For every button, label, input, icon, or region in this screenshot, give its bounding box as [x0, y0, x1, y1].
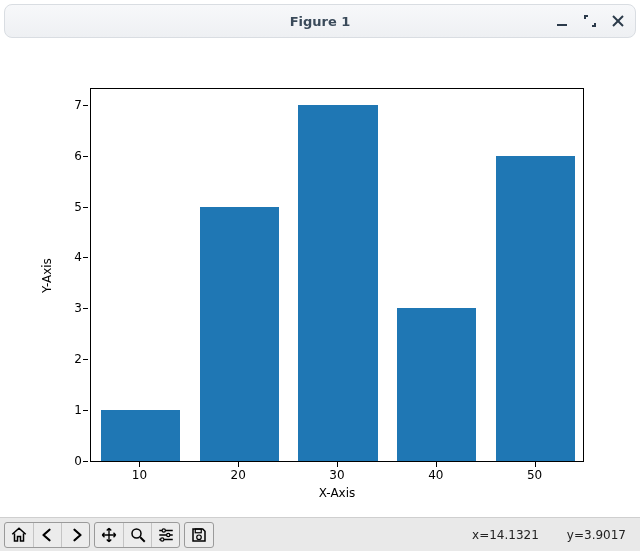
x-tick-label: 20 [218, 468, 258, 482]
matplotlib-toolbar: x=14.1321 y=3.9017 [0, 517, 640, 551]
svg-rect-11 [195, 529, 201, 533]
y-tick-label: 0 [42, 454, 82, 468]
zoom-icon [129, 526, 147, 544]
bar [101, 410, 180, 461]
svg-point-3 [132, 529, 141, 538]
back-button[interactable] [33, 523, 61, 547]
svg-line-4 [140, 537, 145, 542]
svg-point-12 [197, 535, 202, 540]
x-tick-label: 50 [515, 468, 555, 482]
figure-canvas[interactable]: 01234567 1020304050 Y-Axis X-Axis [4, 42, 636, 515]
coord-y: y=3.9017 [567, 528, 626, 542]
x-tick-label: 10 [119, 468, 159, 482]
y-axis-label: Y-Axis [40, 258, 54, 293]
move-icon [100, 526, 118, 544]
view-group [94, 522, 180, 548]
home-button[interactable] [5, 523, 33, 547]
y-tick-label: 1 [42, 403, 82, 417]
io-group [184, 522, 214, 548]
window-titlebar: Figure 1 [4, 4, 636, 38]
plot-axes [90, 88, 584, 462]
x-tick-label: 30 [317, 468, 357, 482]
zoom-button[interactable] [123, 523, 151, 547]
svg-point-8 [166, 533, 169, 536]
maximize-icon [583, 14, 597, 28]
save-icon [190, 526, 208, 544]
svg-point-10 [160, 537, 163, 540]
configure-button[interactable] [151, 523, 179, 547]
minimize-icon [555, 14, 569, 28]
sliders-icon [157, 526, 175, 544]
y-tick-label: 7 [42, 98, 82, 112]
arrow-right-icon [67, 526, 85, 544]
cursor-coords: x=14.1321 y=3.9017 [472, 528, 626, 542]
bar [496, 156, 575, 461]
x-axis-label: X-Axis [90, 486, 584, 500]
maximize-button[interactable] [581, 12, 599, 30]
bar [200, 207, 279, 461]
save-button[interactable] [185, 523, 213, 547]
nav-group [4, 522, 90, 548]
forward-button[interactable] [61, 523, 89, 547]
minimize-button[interactable] [553, 12, 571, 30]
coord-x: x=14.1321 [472, 528, 539, 542]
bar [298, 105, 377, 461]
close-button[interactable] [609, 12, 627, 30]
x-tick-label: 40 [416, 468, 456, 482]
y-tick-label: 2 [42, 352, 82, 366]
y-tick-label: 6 [42, 149, 82, 163]
bar [397, 308, 476, 461]
arrow-left-icon [39, 526, 57, 544]
close-icon [611, 14, 625, 28]
pan-button[interactable] [95, 523, 123, 547]
window-title: Figure 1 [5, 14, 635, 29]
home-icon [10, 526, 28, 544]
svg-point-6 [162, 528, 165, 531]
y-tick-label: 3 [42, 301, 82, 315]
window-controls [553, 5, 627, 37]
y-tick-label: 5 [42, 200, 82, 214]
